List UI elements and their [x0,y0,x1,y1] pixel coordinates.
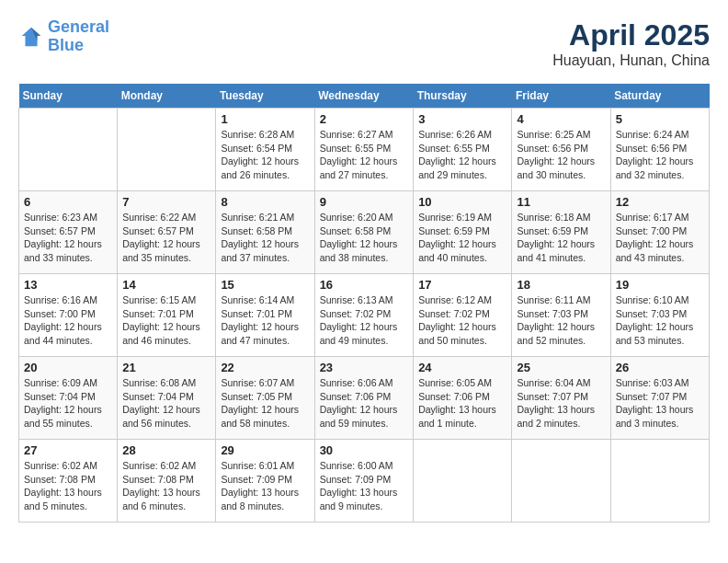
day-info: Sunrise: 6:09 AM Sunset: 7:04 PM Dayligh… [24,376,112,431]
day-number: 24 [418,361,506,374]
day-number: 6 [24,195,112,209]
title-block: April 2025 Huayuan, Hunan, China [552,18,710,69]
logo-text: General Blue [48,18,109,55]
calendar-cell: 28Sunrise: 6:02 AM Sunset: 7:08 PM Dayli… [118,440,216,523]
day-info: Sunrise: 6:07 AM Sunset: 7:05 PM Dayligh… [221,376,309,431]
day-info: Sunrise: 6:00 AM Sunset: 7:09 PM Dayligh… [320,459,409,513]
calendar-cell: 6Sunrise: 6:23 AM Sunset: 6:57 PM Daylig… [19,191,118,274]
day-info: Sunrise: 6:08 AM Sunset: 7:04 PM Dayligh… [122,376,210,431]
calendar-cell: 16Sunrise: 6:13 AM Sunset: 7:02 PM Dayli… [314,274,414,357]
day-number: 11 [517,195,605,209]
weekday-header-thursday: Thursday [414,84,512,109]
day-number: 21 [122,361,210,374]
calendar-cell: 13Sunrise: 6:16 AM Sunset: 7:00 PM Dayli… [19,274,118,357]
weekday-header-sunday: Sunday [19,84,118,109]
calendar-cell: 2Sunrise: 6:27 AM Sunset: 6:55 PM Daylig… [314,109,414,191]
logo: General Blue [18,18,109,55]
calendar-table: SundayMondayTuesdayWednesdayThursdayFrid… [18,84,710,523]
day-info: Sunrise: 6:12 AM Sunset: 7:02 PM Dayligh… [418,293,506,348]
day-number: 13 [24,278,112,292]
day-number: 26 [616,361,704,374]
day-info: Sunrise: 6:13 AM Sunset: 7:02 PM Dayligh… [320,293,409,348]
calendar-cell: 23Sunrise: 6:06 AM Sunset: 7:06 PM Dayli… [314,357,414,440]
day-number: 15 [221,278,309,292]
day-number: 9 [320,195,409,209]
calendar-cell: 11Sunrise: 6:18 AM Sunset: 6:59 PM Dayli… [512,191,610,274]
location-title: Huayuan, Hunan, China [552,52,710,69]
day-info: Sunrise: 6:26 AM Sunset: 6:55 PM Dayligh… [418,128,506,182]
day-number: 20 [24,361,112,374]
calendar-cell: 14Sunrise: 6:15 AM Sunset: 7:01 PM Dayli… [118,274,216,357]
day-info: Sunrise: 6:17 AM Sunset: 7:00 PM Dayligh… [616,211,704,265]
day-info: Sunrise: 6:02 AM Sunset: 7:08 PM Dayligh… [24,459,112,513]
weekday-header-saturday: Saturday [610,84,709,109]
calendar-cell: 19Sunrise: 6:10 AM Sunset: 7:03 PM Dayli… [610,274,709,357]
day-number: 28 [122,443,210,457]
calendar-cell: 4Sunrise: 6:25 AM Sunset: 6:56 PM Daylig… [512,109,610,191]
weekday-header-monday: Monday [118,84,216,109]
day-info: Sunrise: 6:03 AM Sunset: 7:07 PM Dayligh… [616,376,704,431]
week-row-3: 13Sunrise: 6:16 AM Sunset: 7:00 PM Dayli… [19,274,710,357]
calendar-cell: 12Sunrise: 6:17 AM Sunset: 7:00 PM Dayli… [610,191,709,274]
day-info: Sunrise: 6:15 AM Sunset: 7:01 PM Dayligh… [122,293,210,348]
day-info: Sunrise: 6:06 AM Sunset: 7:06 PM Dayligh… [320,376,409,431]
day-number: 25 [517,361,605,374]
day-number: 4 [517,112,605,126]
calendar-cell: 18Sunrise: 6:11 AM Sunset: 7:03 PM Dayli… [512,274,610,357]
day-number: 14 [122,278,210,292]
day-info: Sunrise: 6:24 AM Sunset: 6:56 PM Dayligh… [616,128,704,182]
day-info: Sunrise: 6:14 AM Sunset: 7:01 PM Dayligh… [221,293,309,348]
calendar-cell: 3Sunrise: 6:26 AM Sunset: 6:55 PM Daylig… [414,109,512,191]
calendar-cell: 25Sunrise: 6:04 AM Sunset: 7:07 PM Dayli… [512,357,610,440]
day-number: 18 [517,278,605,292]
day-number: 1 [221,112,309,126]
day-number: 22 [221,361,309,374]
week-row-1: 1Sunrise: 6:28 AM Sunset: 6:54 PM Daylig… [19,109,710,191]
calendar-cell [19,109,118,191]
weekday-header-tuesday: Tuesday [216,84,314,109]
calendar-cell: 20Sunrise: 6:09 AM Sunset: 7:04 PM Dayli… [19,357,118,440]
day-info: Sunrise: 6:02 AM Sunset: 7:08 PM Dayligh… [122,459,210,513]
day-number: 19 [616,278,704,292]
calendar-cell: 27Sunrise: 6:02 AM Sunset: 7:08 PM Dayli… [19,440,118,523]
day-info: Sunrise: 6:22 AM Sunset: 6:57 PM Dayligh… [122,211,210,265]
page-header: General Blue April 2025 Huayuan, Hunan, … [18,18,710,69]
calendar-cell [610,440,709,523]
day-number: 17 [418,278,506,292]
day-info: Sunrise: 6:04 AM Sunset: 7:07 PM Dayligh… [517,376,605,431]
day-number: 5 [616,112,704,126]
day-info: Sunrise: 6:21 AM Sunset: 6:58 PM Dayligh… [221,211,309,265]
weekday-header-wednesday: Wednesday [314,84,414,109]
day-number: 7 [122,195,210,209]
day-info: Sunrise: 6:18 AM Sunset: 6:59 PM Dayligh… [517,211,605,265]
calendar-cell: 22Sunrise: 6:07 AM Sunset: 7:05 PM Dayli… [216,357,314,440]
day-info: Sunrise: 6:01 AM Sunset: 7:09 PM Dayligh… [221,459,309,513]
weekday-header-friday: Friday [512,84,610,109]
calendar-cell: 5Sunrise: 6:24 AM Sunset: 6:56 PM Daylig… [610,109,709,191]
calendar-cell: 9Sunrise: 6:20 AM Sunset: 6:58 PM Daylig… [314,191,414,274]
calendar-cell: 10Sunrise: 6:19 AM Sunset: 6:59 PM Dayli… [414,191,512,274]
day-number: 30 [320,443,409,457]
calendar-cell: 30Sunrise: 6:00 AM Sunset: 7:09 PM Dayli… [314,440,414,523]
day-info: Sunrise: 6:05 AM Sunset: 7:06 PM Dayligh… [418,376,506,431]
logo-icon [18,24,44,50]
week-row-5: 27Sunrise: 6:02 AM Sunset: 7:08 PM Dayli… [19,440,710,523]
week-row-2: 6Sunrise: 6:23 AM Sunset: 6:57 PM Daylig… [19,191,710,274]
day-number: 23 [320,361,409,374]
calendar-cell: 8Sunrise: 6:21 AM Sunset: 6:58 PM Daylig… [216,191,314,274]
day-info: Sunrise: 6:20 AM Sunset: 6:58 PM Dayligh… [320,211,409,265]
day-info: Sunrise: 6:27 AM Sunset: 6:55 PM Dayligh… [320,128,409,182]
calendar-cell: 21Sunrise: 6:08 AM Sunset: 7:04 PM Dayli… [118,357,216,440]
calendar-cell: 1Sunrise: 6:28 AM Sunset: 6:54 PM Daylig… [216,109,314,191]
day-number: 29 [221,443,309,457]
month-title: April 2025 [552,18,710,52]
calendar-cell [118,109,216,191]
day-info: Sunrise: 6:23 AM Sunset: 6:57 PM Dayligh… [24,211,112,265]
week-row-4: 20Sunrise: 6:09 AM Sunset: 7:04 PM Dayli… [19,357,710,440]
day-info: Sunrise: 6:11 AM Sunset: 7:03 PM Dayligh… [517,293,605,348]
day-info: Sunrise: 6:25 AM Sunset: 6:56 PM Dayligh… [517,128,605,182]
day-info: Sunrise: 6:19 AM Sunset: 6:59 PM Dayligh… [418,211,506,265]
day-number: 10 [418,195,506,209]
day-info: Sunrise: 6:10 AM Sunset: 7:03 PM Dayligh… [616,293,704,348]
weekday-header-row: SundayMondayTuesdayWednesdayThursdayFrid… [19,84,710,109]
